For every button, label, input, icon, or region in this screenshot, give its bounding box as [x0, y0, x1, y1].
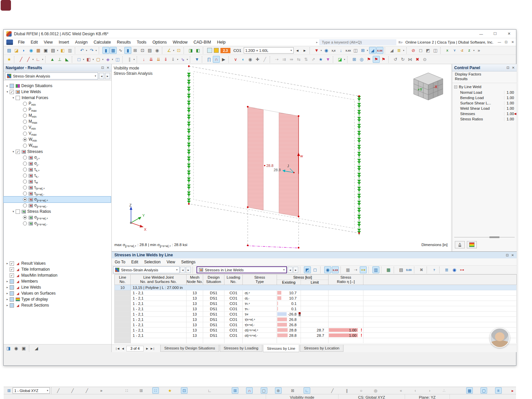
tree-item-p-max[interactable]: Pmax — [4, 107, 111, 113]
stress-ratio-cell[interactable] — [329, 306, 363, 312]
tree-item-line-welds[interactable]: ▾✓Line Welds — [4, 89, 111, 95]
stress-ratio-cell[interactable] — [329, 296, 363, 301]
save-icon[interactable]: ▣ — [42, 47, 49, 54]
toolbar-overflow-icon[interactable]: » — [475, 47, 482, 54]
design-situation-cell[interactable]: DS1 — [203, 333, 224, 338]
rotate-cw-icon[interactable]: ↻ — [399, 56, 406, 63]
prev-table-button[interactable]: ◀ — [120, 346, 126, 351]
expander-icon[interactable]: ▸ — [5, 304, 10, 307]
tree-item-stresses[interactable]: ▾✓Stresses — [4, 149, 111, 155]
expander-icon[interactable]: ▸ — [5, 286, 10, 289]
limit-stress-cell[interactable] — [301, 296, 329, 301]
stress-type-cell[interactable]: σ|j+s+w|,- — [243, 333, 277, 338]
display-item-values-on-surfaces[interactable]: ▸◢Values on Surfaces — [4, 290, 111, 296]
checkbox[interactable]: ✓ — [10, 261, 14, 266]
stress-type-cell[interactable]: τs,+ — [243, 301, 277, 306]
radio-button[interactable] — [23, 192, 27, 196]
radio-button[interactable] — [23, 126, 27, 130]
table-menu-selection[interactable]: Selection — [141, 258, 164, 265]
table-row[interactable]: 1 - 2,113DS1CO1σ|j+s+w|,-28.828.71.00! — [114, 333, 517, 338]
display-item-title-information[interactable]: ✓◢Title Information — [4, 266, 111, 272]
nodal-load-icon[interactable]: ↓ — [140, 56, 147, 63]
modify-icon[interactable]: ★ — [317, 56, 324, 63]
coordinate-system-select[interactable]: 1 - Global XYZ ▾ — [13, 387, 50, 394]
factor-value[interactable]: 1.00 — [504, 90, 517, 94]
result-beam-icon[interactable]: ∏ — [205, 56, 212, 63]
line-load-arrows-left[interactable] — [187, 73, 191, 205]
layers-icon[interactable]: ≡ — [495, 387, 502, 394]
status-work-plane[interactable]: Plane: YZ — [405, 394, 450, 399]
loading-cell[interactable]: CO1 — [224, 306, 243, 312]
print-icon[interactable]: ▤▾ — [50, 47, 57, 54]
tree-item-internal-forces[interactable]: ▾Internal Forces — [4, 95, 111, 101]
radio-button[interactable] — [23, 144, 27, 148]
new-node-icon[interactable]: ★ — [6, 56, 13, 63]
collapse-icon[interactable] — [454, 85, 457, 88]
weld-stress-strip-left[interactable] — [248, 107, 263, 210]
close-button[interactable]: ✕ — [502, 30, 516, 38]
menu-assign[interactable]: Assign — [72, 38, 91, 46]
radio-button[interactable] — [23, 162, 27, 166]
parallel-snap-icon[interactable]: ∥ — [343, 387, 350, 394]
table-icon[interactable]: ▤ — [146, 47, 153, 54]
loading-cell[interactable]: CO1 — [224, 328, 243, 333]
joint-cell[interactable]: 1 - 2,1 — [131, 317, 187, 322]
ortho-icon[interactable]: ∟ — [206, 387, 213, 394]
radio-button[interactable] — [23, 198, 27, 201]
new-line-icon[interactable]: ╱ — [18, 56, 25, 63]
table-menu-settings[interactable]: Settings — [178, 258, 199, 265]
free-load-icon[interactable]: ⇓▾ — [170, 56, 177, 63]
child-close-icon[interactable]: ✕ — [509, 40, 516, 44]
result-arrow-icon[interactable]: ↓ — [337, 47, 344, 54]
loading-cell[interactable]: CO1 — [224, 296, 243, 301]
line-number-cell[interactable]: 10 — [115, 285, 131, 290]
stress-ratio-cell[interactable] — [329, 322, 363, 328]
mesh-node-cell[interactable]: 13 — [187, 322, 203, 328]
polyline-info-cell[interactable]: 13,15 | Polyline | L : 27.000 in — [131, 285, 517, 290]
child-restore-icon[interactable]: ⊡ — [503, 40, 509, 44]
joint-cell[interactable]: 1 - 2,1 — [131, 312, 187, 317]
mesh-node-cell[interactable]: 13 — [187, 306, 203, 312]
new-rib-icon[interactable]: ◣ — [64, 56, 70, 63]
new-member-icon[interactable]: ▲ — [49, 56, 56, 63]
align-diagonal-icon[interactable]: ⇗ — [310, 56, 317, 63]
analysis-type-select[interactable]: Stress-Strain Analysis ▾ — [5, 72, 98, 79]
radio-button[interactable] — [23, 215, 27, 219]
scale-button[interactable]: ∆ — [455, 241, 465, 248]
tree-item-s-w[interactable]: τ|s+w|,- — [4, 191, 111, 197]
table-view-icon[interactable]: ▦ — [344, 266, 351, 273]
tree-item-w-max[interactable]: Wmax — [4, 143, 111, 149]
display-item-result-sections[interactable]: ▸◢Result Sections — [4, 302, 111, 308]
stress-type-cell[interactable] — [243, 338, 277, 343]
weld-line[interactable] — [247, 246, 300, 248]
work-grid-icon[interactable]: ▦ — [466, 387, 473, 394]
tables-toggle-icon[interactable]: ▦ — [110, 47, 117, 54]
navigator-float-icon[interactable]: ⊡ — [101, 66, 104, 69]
menu-file[interactable]: File — [15, 38, 28, 46]
stress-type-cell[interactable]: σj,+ — [243, 290, 277, 296]
joint-cell[interactable]: 1 - 2,1 — [131, 328, 187, 333]
tree-item-m-min[interactable]: Mmin — [4, 113, 111, 119]
comment-icon[interactable]: ◻ — [312, 266, 319, 273]
table-combo2-next-button[interactable]: ▸ — [293, 267, 298, 273]
maximize-button[interactable]: ☐ — [488, 30, 502, 38]
render-edit-icon[interactable]: ◩ — [425, 47, 432, 54]
tree-item-j[interactable]: σj,- — [4, 161, 111, 167]
menu-tools[interactable]: Tools — [134, 38, 149, 46]
visibility-flag-active-icon[interactable]: ⚑ — [373, 56, 380, 63]
design-situation-cell[interactable]: DS1 — [203, 312, 224, 317]
radio-button[interactable] — [23, 114, 27, 118]
checkbox[interactable] — [10, 285, 14, 290]
table-analysis-select[interactable]: Stress-Strain Analysis ▾ — [113, 266, 180, 273]
checkbox[interactable] — [16, 209, 20, 214]
perpendicular-snap-icon[interactable]: ∟ — [304, 387, 310, 394]
report-icon[interactable]: ▥ — [66, 47, 73, 54]
tab-stresses-by-loading[interactable]: Stresses by Loading — [220, 345, 262, 352]
table-row[interactable]: 1 - 2,113DS1CO1σj,-10.7 — [114, 296, 517, 301]
edge-mid-snap-icon[interactable]: ╱ — [55, 387, 62, 394]
minimize-button[interactable]: — — [474, 30, 488, 38]
radio-button[interactable] — [23, 108, 27, 112]
tree-item-w-min[interactable]: Wmin — [4, 137, 111, 143]
existing-stress-cell[interactable]: 10.7 — [277, 296, 301, 301]
new-polyline-icon[interactable]: ∟▾ — [35, 56, 42, 63]
